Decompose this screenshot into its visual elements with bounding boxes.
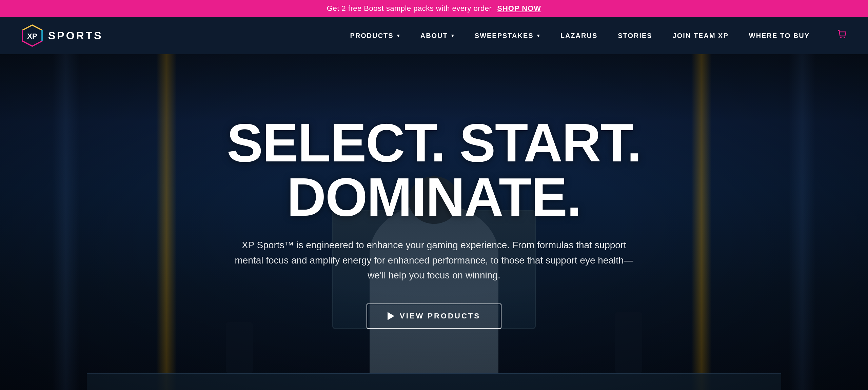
chevron-down-icon: ▾ — [537, 33, 540, 38]
hero-section: SELECT. START. DOMINATE. XP Sports™ is e… — [0, 54, 868, 390]
chevron-down-icon: ▾ — [451, 33, 454, 38]
nav-item-about[interactable]: ABOUT ▾ — [420, 32, 454, 40]
chevron-down-icon: ▾ — [397, 33, 400, 38]
hero-subtitle: XP Sports™ is engineered to enhance your… — [231, 238, 637, 283]
view-products-button[interactable]: VIEW PRODUCTS — [367, 304, 501, 329]
nav-item-where-to-buy[interactable]: WHERE TO BUY — [749, 32, 810, 40]
nav-item-sweepstakes[interactable]: SWEEPSTAKES ▾ — [475, 32, 540, 40]
shop-now-link[interactable]: SHOP NOW — [497, 4, 541, 13]
main-nav: PRODUCTS ▾ ABOUT ▾ SWEEPSTAKES ▾ LAZARUS… — [350, 29, 848, 42]
logo-icon: XP — [20, 24, 44, 47]
hero-title: SELECT. START. DOMINATE. — [227, 116, 641, 224]
announcement-text: Get 2 free Boost sample packs with every… — [327, 4, 492, 13]
logo-text: SPORTS — [48, 30, 103, 42]
play-icon — [388, 312, 394, 320]
header: XP SPORTS PRODUCTS ▾ ABOUT ▾ SWEEPSTAKES… — [0, 17, 868, 54]
hero-content: SELECT. START. DOMINATE. XP Sports™ is e… — [213, 116, 655, 329]
cart-icon[interactable] — [837, 29, 848, 42]
nav-item-products[interactable]: PRODUCTS ▾ — [350, 32, 400, 40]
nav-item-lazarus[interactable]: LAZARUS — [560, 32, 598, 40]
announcement-bar: Get 2 free Boost sample packs with every… — [0, 0, 868, 17]
svg-point-2 — [840, 37, 842, 38]
nav-item-stories[interactable]: STORIES — [618, 32, 652, 40]
svg-text:XP: XP — [27, 32, 37, 40]
svg-point-3 — [844, 37, 845, 38]
nav-item-join-team-xp[interactable]: JOIN TEAM XP — [673, 32, 729, 40]
logo[interactable]: XP SPORTS — [20, 24, 103, 47]
